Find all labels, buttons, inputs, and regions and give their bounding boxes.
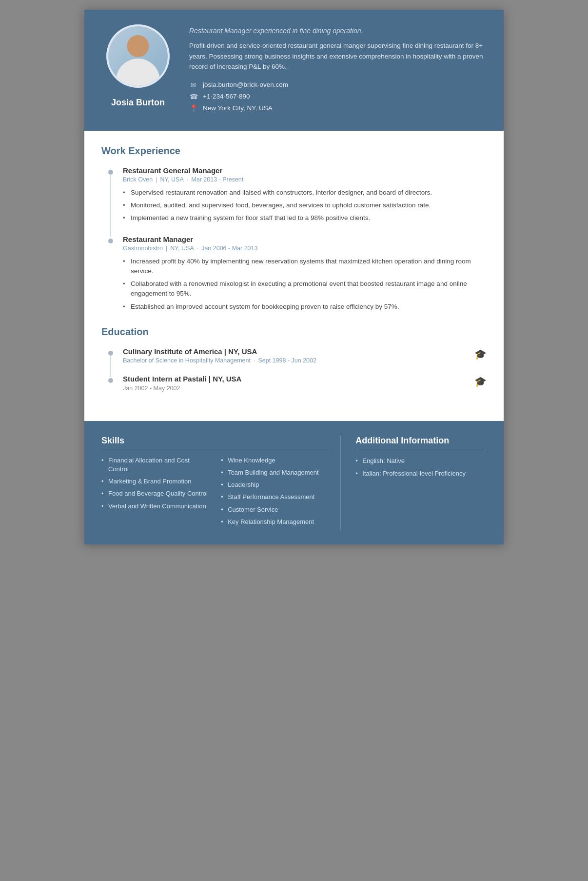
skill-6: Team Building and Management [221,468,331,477]
edu-details-1: Culinary Institute of America | NY, USA … [123,347,316,364]
edu-school-2: Student Intern at Pastali | NY, USA [123,375,241,383]
footer-section: Skills Financial Allocation and Cost Con… [84,421,504,544]
main-content: Work Experience Restaurant General Manag… [84,131,504,421]
skills-col-2: Wine Knowledge Team Building and Managem… [221,456,331,530]
skill-10: Key Relationship Management [221,518,331,526]
skill-1: Financial Allocation and Cost Control [101,456,211,474]
job-bullets-2: Increased profit by 40% by implementing … [123,257,487,312]
job-item-2: Restaurant Manager Gastronobistro | NY, … [111,235,487,312]
job-period-1: Mar 2013 - Present [191,176,243,183]
separator4: · [197,245,198,252]
job-location-1: NY, USA [160,176,183,183]
resume: Josia Burton Restaurant Manager experien… [84,10,504,544]
skills-list-2: Wine Knowledge Team Building and Managem… [221,456,331,526]
edu-sep-1: · [254,357,255,364]
skills-section: Skills Financial Allocation and Cost Con… [101,436,341,530]
education-timeline: Culinary Institute of America | NY, USA … [101,347,487,392]
additional-item-2: Italian: Professional-level Proficiency [355,469,487,479]
skills-title: Skills [101,436,331,450]
email-value: josia.burton@brick-oven.com [203,81,288,88]
summary: Profit-driven and service-oriented resta… [189,40,487,72]
work-experience-section: Work Experience Restaurant General Manag… [101,145,487,312]
additional-info-section: Additional Information English: Native I… [355,436,487,530]
location-icon: 📍 [189,104,198,112]
skill-7: Leadership [221,481,331,489]
bullet-2-2: Collaborated with a renowned mixologist … [123,279,487,299]
job-meta-1: Brick Oven | NY, USA · Mar 2013 - Presen… [123,176,487,183]
job-location-2: NY, USA [170,245,194,252]
graduation-icon-2: 🎓 [474,376,487,387]
skill-2: Marketing & Brand Promotion [101,477,211,486]
job-bullets-1: Supervised restaurant renovation and lia… [123,188,487,223]
person-name: Josia Burton [111,98,165,108]
skill-9: Customer Service [221,505,331,514]
skill-4: Verbal and Written Communication [101,502,211,511]
additional-item-1: English: Native [355,456,487,466]
education-section: Education Culinary Institute of America … [101,326,487,392]
bullet-1-1: Supervised restaurant renovation and lia… [123,188,487,198]
email-icon: ✉ [189,81,198,89]
skills-list-1: Financial Allocation and Cost Control Ma… [101,456,211,511]
edu-period-1: Sept 1998 - Jun 2002 [258,357,316,364]
phone-value: +1-234-567-890 [203,93,250,100]
job-title-1: Restaurant General Manager [123,166,487,175]
job-meta-2: Gastronobistro | NY, USA · Jan 2006 - Ma… [123,245,487,252]
job-company-2: Gastronobistro [123,245,163,252]
header-section: Josia Burton Restaurant Manager experien… [84,10,504,131]
job-title-2: Restaurant Manager [123,235,487,243]
email-contact: ✉ josia.burton@brick-oven.com [189,81,487,89]
edu-period-2: Jan 2002 - May 2002 [123,385,241,392]
graduation-icon-1: 🎓 [474,348,487,360]
separator2: · [187,176,188,183]
skills-col-1: Financial Allocation and Cost Control Ma… [101,456,211,530]
edu-degree-text-1: Bachelor of Science in Hospitality Manag… [123,357,251,364]
tagline: Restaurant Manager experienced in fine d… [189,27,487,35]
additional-list: English: Native Italian: Professional-le… [355,456,487,479]
skills-columns: Financial Allocation and Cost Control Ma… [101,456,331,530]
skill-5: Wine Knowledge [221,456,331,465]
education-title: Education [101,326,487,338]
separator3: | [166,245,167,252]
edu-row-2: Student Intern at Pastali | NY, USA Jan … [123,375,487,392]
edu-item-1: Culinary Institute of America | NY, USA … [111,347,487,364]
work-timeline: Restaurant General Manager Brick Oven | … [101,166,487,312]
bullet-2-3: Established an improved account system f… [123,302,487,312]
additional-info-title: Additional Information [355,436,487,450]
job-period-2: Jan 2006 - Mar 2013 [201,245,257,252]
location-contact: 📍 New York City, NY, USA [189,104,487,112]
edu-details-2: Student Intern at Pastali | NY, USA Jan … [123,375,241,392]
separator: | [156,176,157,183]
header-left: Josia Burton [101,24,175,108]
bullet-1-3: Implemented a new training system for fl… [123,213,487,223]
skill-8: Staff Performance Assessment [221,493,331,501]
edu-row-1: Culinary Institute of America | NY, USA … [123,347,487,364]
edu-school-1: Culinary Institute of America | NY, USA [123,347,316,356]
phone-icon: ☎ [189,93,198,100]
edu-item-2: Student Intern at Pastali | NY, USA Jan … [111,375,487,392]
job-item-1: Restaurant General Manager Brick Oven | … [111,166,487,223]
phone-contact: ☎ +1-234-567-890 [189,93,487,100]
skill-3: Food and Beverage Quality Control [101,489,211,498]
bullet-2-1: Increased profit by 40% by implementing … [123,257,487,277]
edu-degree-1: Bachelor of Science in Hospitality Manag… [123,357,316,364]
job-company-1: Brick Oven [123,176,153,183]
location-value: New York City, NY, USA [203,104,273,112]
header-right: Restaurant Manager experienced in fine d… [189,24,487,116]
bullet-1-2: Monitored, audited, and supervised food,… [123,200,487,210]
work-experience-title: Work Experience [101,145,487,157]
avatar [106,24,170,88]
